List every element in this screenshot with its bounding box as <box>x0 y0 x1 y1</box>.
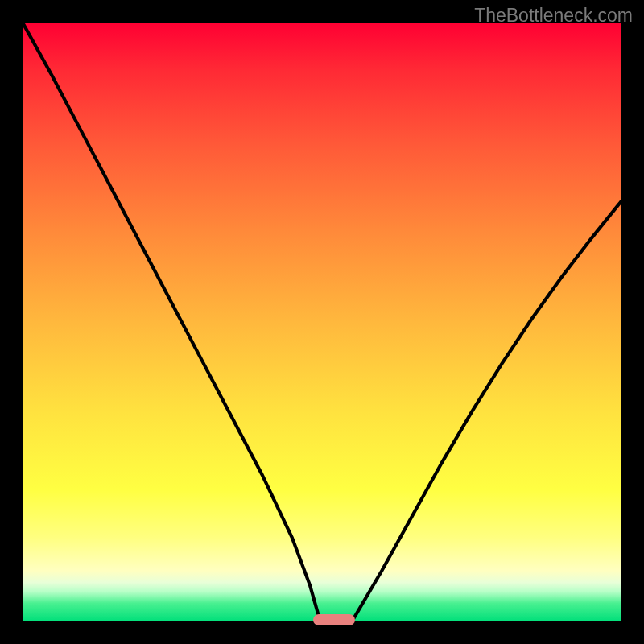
optimal-range-marker <box>313 614 355 625</box>
chart-plot-area <box>23 23 621 621</box>
watermark-text: TheBottleneck.com <box>474 5 633 27</box>
bottleneck-curve <box>23 23 621 621</box>
